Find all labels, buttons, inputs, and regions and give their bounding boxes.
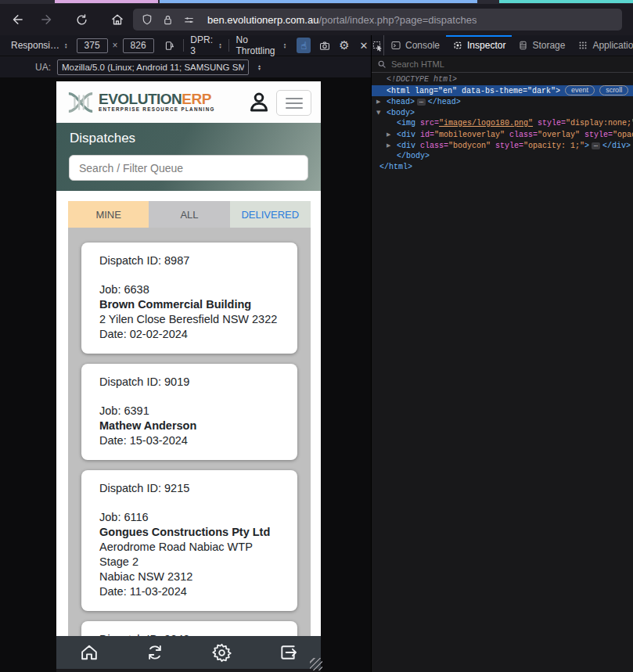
nav-logout-icon[interactable] [278,642,298,663]
tab-inspector[interactable]: Inspector [446,35,512,56]
filter-queue-input[interactable] [69,155,308,181]
tab-console-label: Console [405,40,440,51]
tab-inspector-label: Inspector [467,40,505,51]
container-tab-strip-blue [160,0,477,3]
address-line: 2 Yilen Close Beresfield NSW 2322 [99,312,279,327]
devtools-panel: Console Inspector Storage Application <!… [371,35,633,672]
markup-token-attr: data-bs-theme= [457,87,527,95]
markup-token-val: "en" [438,87,457,95]
pick-element-icon[interactable] [372,35,384,56]
evolution-erp-logo: EVOLUTIONERP ENTERPRISE RESOURCE PLANNIN… [66,89,215,116]
brand-tagline: ENTERPRISE RESOURCE PLANNING [99,106,215,112]
reload-button[interactable] [69,9,94,31]
brand-suffix: ERP [182,91,211,107]
nav-home-icon[interactable] [79,642,99,663]
markup-token-doctype: <!DOCTYPE html> [387,75,457,84]
markup-line[interactable]: <html lang="en" data-bs-theme="dark">eve… [372,85,633,96]
bottom-navigation [56,636,321,669]
markup-line[interactable]: ▼<body> [372,107,633,118]
markup-token-tag: > [556,87,560,95]
tab-console[interactable]: Console [384,35,446,56]
dispatch-id: Dispatch ID: 9019 [99,375,279,390]
rdm-settings-gear-icon[interactable]: ⚙ [337,38,351,53]
dispatch-card[interactable]: Dispatch ID: 9248Job: 3918 [81,621,297,636]
tab-delivered[interactable]: DELIVERED [230,201,311,228]
search-html-input[interactable] [391,59,587,69]
tab-storage-label: Storage [532,40,565,51]
rotate-viewport-icon[interactable] [162,38,176,53]
address-line: Nabiac NSW 2312 [99,570,279,584]
dpr-label: DPR: 3 [190,34,214,56]
dispatch-card[interactable]: Dispatch ID: 8987Job: 6638Brown Commerci… [81,243,297,354]
client-name: Gongues Constructions Pty Ltd [99,525,279,540]
menu-button[interactable] [276,90,311,116]
user-agent-input[interactable] [57,59,249,75]
nav-settings-gear-icon[interactable] [211,642,232,663]
markup-token-tag: <head> [387,98,415,106]
mobile-viewport: EVOLUTIONERP ENTERPRISE RESOURCE PLANNIN… [56,81,321,672]
nav-refresh-icon[interactable] [145,642,165,663]
scroll-badge[interactable]: scroll [599,85,628,95]
markup-token-attr: style= [580,131,613,139]
markup-line[interactable]: ▶<div id="mobileoverlay" class="overlay"… [372,129,633,140]
page-title: Dispatches [70,131,321,146]
markup-line[interactable]: </body> [372,151,633,162]
event-badge[interactable]: event [565,85,595,95]
html-search-bar [372,56,633,73]
expand-arrow-icon[interactable]: ▶ [387,140,397,151]
toolbar-divider [183,39,184,52]
markup-line[interactable]: </html> [372,162,633,173]
dpr-selector[interactable]: DPR: 3 ▴▾ [190,34,221,56]
screenshot-icon[interactable] [318,38,332,53]
throttling-selector[interactable]: No Throttling ▴▾ [236,34,286,56]
viewport-height-input[interactable] [123,38,154,53]
expand-arrow-icon[interactable]: ▶ [387,129,397,140]
expand-arrow-icon[interactable]: ▼ [376,107,387,118]
address-line: Aerodrome Road Nabiac WTP Stage 2 [99,540,279,570]
markup-token-attr: style= [533,119,566,128]
dispatch-id: Dispatch ID: 9215 [99,481,279,496]
expand-arrow-icon[interactable]: ▶ [376,96,387,107]
markup-token-tag: <div [397,142,415,150]
markup-token-val: "mobileoverlay" [434,131,505,139]
viewport-resize-handle[interactable] [310,658,322,670]
permissions-icon[interactable] [182,14,196,26]
markup-line[interactable]: ▶<div class="bodycon" style="opacity: 1;… [372,140,633,151]
close-rdm-icon[interactable]: ✕ [357,38,371,53]
firefox-window: ben.evolutionerp.com.au/portal/index.php… [0,0,633,672]
tab-all[interactable]: ALL [149,201,229,228]
tab-storage[interactable]: Storage [512,35,571,56]
select-arrows-icon[interactable]: ▴▾ [258,64,261,70]
responsive-design-toolbar: Responsi… ▴▾ × DPR: 3 ▴▾ No Throttling ▴… [0,35,371,56]
home-button[interactable] [105,9,130,31]
dispatch-card[interactable]: Dispatch ID: 9215Job: 6116Gongues Constr… [81,470,297,611]
markup-token-tag: <div [397,131,415,139]
container-tab-strip-cyan [499,0,633,3]
toolbar-divider [228,39,229,52]
markup-line[interactable]: <!DOCTYPE html> [372,74,633,85]
viewport-width-input[interactable] [77,38,108,53]
markup-token-tag: <html [387,87,410,95]
markup-token-val: "opacity: [613,131,633,139]
dispatch-tabs: MINE ALL DELIVERED [68,201,311,228]
account-icon[interactable] [246,89,272,119]
url-text: ben.evolutionerp.com.au/portal/index.php… [207,14,477,26]
touch-simulation-toggle[interactable]: ☝ [297,38,311,53]
tab-mine[interactable]: MINE [68,201,149,228]
device-selector[interactable]: Responsi… ▴▾ [11,40,67,51]
back-button[interactable] [5,9,30,31]
viewport-bottom-strip [56,669,321,672]
lock-icon[interactable] [162,14,174,26]
tracking-shield-icon[interactable] [141,13,153,26]
forward-button[interactable] [34,9,59,31]
job-number: Job: 6391 [99,404,279,419]
markup-line[interactable]: ▶<head>⋯</head> [372,96,633,107]
markup-token-attr: style= [491,142,523,150]
tab-application[interactable]: Application [571,35,633,56]
devtools-tabbar: Console Inspector Storage Application [372,35,633,56]
markup-line[interactable]: <img src="images/logo180.png" style="dis… [372,118,633,129]
markup-token-attr: src= [415,119,439,128]
dispatch-card[interactable]: Dispatch ID: 9019Job: 6391Mathew Anderso… [81,364,297,460]
url-bar[interactable]: ben.evolutionerp.com.au/portal/index.php… [133,9,622,31]
markup-token-ell: ⋯ [592,142,600,149]
